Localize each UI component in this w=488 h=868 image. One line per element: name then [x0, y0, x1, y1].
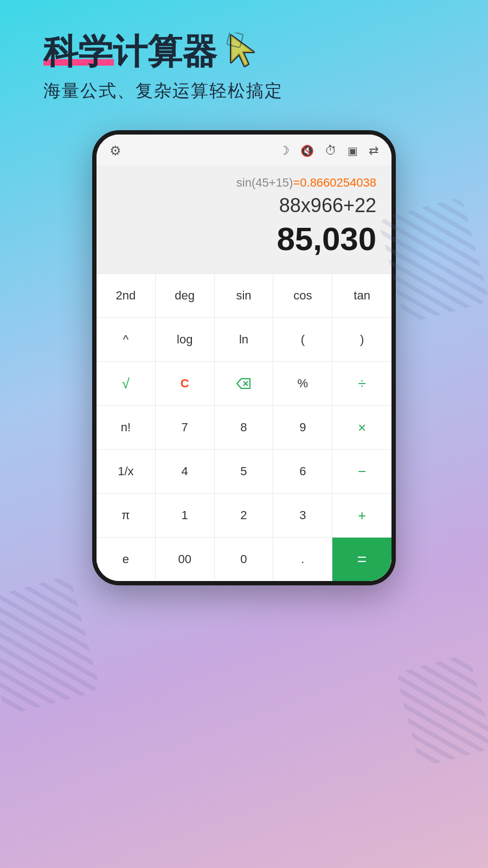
subtitle: 海量公式、复杂运算轻松搞定 — [43, 79, 445, 103]
night-mode-icon[interactable]: ☽ — [279, 144, 290, 158]
layout-icon[interactable]: ▣ — [348, 144, 358, 157]
key-log[interactable]: log — [156, 318, 215, 361]
key-5[interactable]: 5 — [215, 450, 274, 493]
key-row-3: √ C % ÷ — [97, 361, 391, 405]
key-0[interactable]: 0 — [215, 538, 274, 581]
deco-bottom-right — [395, 654, 488, 768]
key-subtract[interactable]: − — [332, 450, 391, 493]
key-2nd[interactable]: 2nd — [97, 274, 156, 317]
toolbar-right: ☽ 🔇 ⏱ ▣ ⇄ — [279, 144, 378, 158]
settings-icon[interactable]: ⚙ — [110, 143, 121, 158]
current-result: 85,030 — [112, 220, 376, 258]
phone-mockup: ⚙ ☽ 🔇 ⏱ ▣ ⇄ sin(45+15)=0.8660254038 88x9… — [92, 130, 396, 585]
key-backspace[interactable] — [215, 362, 274, 405]
mute-icon[interactable]: 🔇 — [300, 144, 314, 157]
key-power[interactable]: ^ — [97, 318, 156, 361]
key-tan[interactable]: tan — [332, 274, 391, 317]
key-row-5: 1/x 4 5 6 − — [97, 449, 391, 493]
key-close-paren[interactable]: ) — [332, 318, 391, 361]
calculator-display: sin(45+15)=0.8660254038 88x966+22 85,030 — [97, 165, 391, 273]
history-icon[interactable]: ⏱ — [325, 144, 337, 158]
key-euler[interactable]: e — [97, 538, 156, 581]
key-double-zero[interactable]: 00 — [156, 538, 215, 581]
prev-result: =0.8660254038 — [293, 176, 376, 189]
key-row-7: e 00 0 . = — [97, 537, 391, 581]
key-multiply[interactable]: × — [332, 406, 391, 449]
prev-calculation: sin(45+15)=0.8660254038 — [112, 176, 376, 190]
key-sqrt[interactable]: √ — [97, 362, 156, 405]
key-pi[interactable]: π — [97, 494, 156, 537]
key-4[interactable]: 4 — [156, 450, 215, 493]
key-7[interactable]: 7 — [156, 406, 215, 449]
key-equals[interactable]: = — [332, 538, 391, 581]
key-9[interactable]: 9 — [273, 406, 332, 449]
keypad: 2nd deg sin cos tan ^ log ln ( ) √ C — [97, 273, 391, 581]
title-row: 科学计算器 — [43, 33, 445, 71]
backspace-icon — [236, 378, 251, 390]
key-3[interactable]: 3 — [273, 494, 332, 537]
key-ln[interactable]: ln — [215, 318, 274, 361]
key-1[interactable]: 1 — [156, 494, 215, 537]
key-divide[interactable]: ÷ — [332, 362, 391, 405]
key-deg[interactable]: deg — [156, 274, 215, 317]
key-open-paren[interactable]: ( — [273, 318, 332, 361]
key-row-2: ^ log ln ( ) — [97, 317, 391, 361]
prev-expression: sin(45+15) — [236, 176, 293, 189]
header: 科学计算器 海量公式、复杂运算轻松搞定 — [0, 0, 488, 119]
key-row-1: 2nd deg sin cos tan — [97, 273, 391, 317]
key-percent[interactable]: % — [273, 362, 332, 405]
app-title: 科学计算器 — [43, 34, 217, 69]
key-row-4: n! 7 8 9 × — [97, 405, 391, 449]
key-decimal[interactable]: . — [273, 538, 332, 581]
key-clear[interactable]: C — [156, 362, 215, 405]
swap-icon[interactable]: ⇄ — [369, 144, 378, 158]
key-factorial[interactable]: n! — [97, 406, 156, 449]
toolbar-left: ⚙ — [110, 143, 121, 158]
key-reciprocal[interactable]: 1/x — [97, 450, 156, 493]
key-sin[interactable]: sin — [215, 274, 274, 317]
key-row-6: π 1 2 3 + — [97, 493, 391, 537]
toolbar: ⚙ ☽ 🔇 ⏱ ▣ ⇄ — [97, 135, 391, 165]
key-cos[interactable]: cos — [273, 274, 332, 317]
phone-container: ⚙ ☽ 🔇 ⏱ ▣ ⇄ sin(45+15)=0.8660254038 88x9… — [0, 119, 488, 585]
key-8[interactable]: 8 — [215, 406, 274, 449]
current-expression: 88x966+22 — [112, 194, 376, 217]
deco-bottom-left — [0, 575, 100, 716]
key-add[interactable]: + — [332, 494, 391, 537]
title-part2: 计算器 — [113, 32, 217, 71]
key-2[interactable]: 2 — [215, 494, 274, 537]
key-6[interactable]: 6 — [273, 450, 332, 493]
title-part1: 科学 — [43, 32, 113, 71]
cursor-icon — [226, 33, 264, 71]
